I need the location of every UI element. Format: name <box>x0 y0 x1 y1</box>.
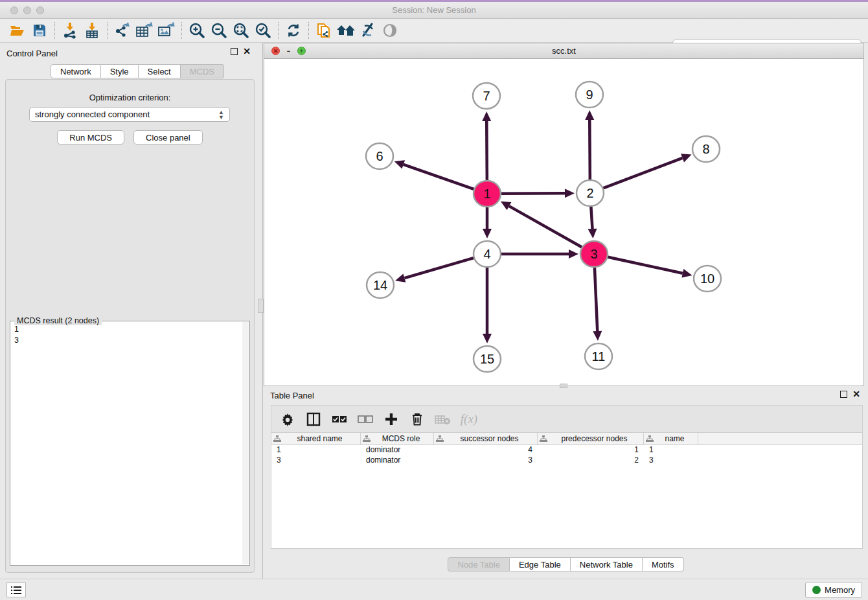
table-row[interactable]: 3dominator323 <box>271 456 862 466</box>
function-builder-icon[interactable]: f(x) <box>461 411 477 428</box>
cell[interactable]: dominator <box>361 445 434 456</box>
criterion-value: strongly connected component <box>35 110 218 119</box>
column-header-name[interactable]: name <box>644 433 698 444</box>
cell[interactable]: dominator <box>361 456 434 466</box>
main-toolbar <box>0 19 868 43</box>
add-column-icon[interactable] <box>383 411 400 428</box>
cell[interactable]: 4 <box>434 445 538 456</box>
refresh-view-icon[interactable] <box>282 21 304 40</box>
flat-column-icon <box>646 435 654 443</box>
column-mode-icon[interactable] <box>305 411 322 428</box>
window-title: Session: New Session <box>0 5 868 15</box>
tab-mcds[interactable]: MCDS <box>181 64 224 78</box>
network-titlebar: ✕ − + scc.txt <box>264 43 863 59</box>
table-row[interactable]: 1dominator411 <box>271 445 862 456</box>
eye-icon[interactable] <box>379 21 401 40</box>
memory-status-icon <box>812 586 821 594</box>
node-label-14: 14 <box>373 278 387 292</box>
edge-1-7[interactable] <box>486 121 487 180</box>
float-table-panel-icon[interactable] <box>840 391 847 398</box>
edge-3-10[interactable] <box>608 257 683 273</box>
memory-label: Memory <box>825 585 855 595</box>
flat-column-icon <box>363 435 371 443</box>
column-header-successor-nodes[interactable]: successor nodes <box>434 433 538 444</box>
node-label-9: 9 <box>586 87 593 102</box>
edge-arrowhead <box>483 229 492 238</box>
flat-column-icon <box>273 435 281 443</box>
export-network-icon[interactable] <box>111 21 133 40</box>
panel-splitter[interactable] <box>260 43 263 581</box>
dropdown-stepper-icon: ▲▼ <box>218 110 224 120</box>
cell[interactable]: 3 <box>434 456 538 466</box>
gear-icon[interactable] <box>279 411 296 428</box>
unselect-all-icon[interactable] <box>357 411 374 428</box>
horizontal-splitter-handle[interactable] <box>560 384 567 388</box>
tab-network[interactable]: Network <box>51 64 101 78</box>
network-graph[interactable]: 1234678910111415 <box>264 59 863 386</box>
export-image-icon[interactable] <box>155 21 177 40</box>
zoom-in-icon[interactable] <box>186 21 208 40</box>
zoom-fit-icon[interactable] <box>230 21 252 40</box>
run-mcds-button[interactable]: Run MCDS <box>57 130 124 144</box>
edge-3-11[interactable] <box>595 268 597 331</box>
edge-1-2[interactable] <box>501 193 565 194</box>
tab-network-table[interactable]: Network Table <box>571 557 643 571</box>
zoom-out-icon[interactable] <box>208 21 230 40</box>
tab-node-table[interactable]: Node Table <box>448 557 510 571</box>
edge-4-14[interactable] <box>404 258 474 278</box>
delete-column-icon[interactable] <box>409 411 426 428</box>
result-scrollbar[interactable] <box>242 322 249 564</box>
mcds-result-text[interactable]: 1 3 <box>12 324 242 564</box>
cell[interactable]: 1 <box>644 445 698 456</box>
flat-column-icon <box>540 435 547 443</box>
memory-button[interactable]: Memory <box>805 582 862 598</box>
splitter-handle[interactable] <box>258 299 264 313</box>
close-panel-icon[interactable]: ✕ <box>243 48 251 55</box>
save-session-icon[interactable] <box>29 21 51 40</box>
column-header-predecessor-nodes[interactable]: predecessor nodes <box>538 433 644 444</box>
float-panel-icon[interactable] <box>231 48 238 55</box>
cell[interactable]: 1 <box>271 445 361 456</box>
export-table-icon[interactable] <box>133 21 155 40</box>
cell[interactable]: 3 <box>271 456 361 466</box>
table-tabs: Node TableEdge TableNetwork TableMotifs <box>264 557 868 571</box>
task-history-button[interactable] <box>6 583 26 597</box>
tab-motifs[interactable]: Motifs <box>643 557 684 571</box>
tab-style[interactable]: Style <box>101 64 139 78</box>
column-header-shared-name[interactable]: shared name <box>271 433 361 444</box>
edge-2-3[interactable] <box>591 207 592 229</box>
select-all-icon[interactable] <box>331 411 348 428</box>
duplicate-network-icon[interactable] <box>313 21 335 40</box>
window-titlebar: Session: New Session <box>0 2 868 19</box>
cell[interactable]: 1 <box>538 445 644 456</box>
cell[interactable]: 2 <box>538 456 644 466</box>
edge-1-6[interactable] <box>404 165 474 189</box>
tab-edge-table[interactable]: Edge Table <box>510 557 571 571</box>
column-header-MCDS-role[interactable]: MCDS role <box>361 433 434 444</box>
edge-arrowhead <box>681 269 692 278</box>
mcds-panel: Optimization criterion: strongly connect… <box>5 79 255 573</box>
cell[interactable]: 3 <box>644 456 698 466</box>
edge-3-1[interactable] <box>509 206 582 248</box>
style-icon[interactable] <box>357 21 379 40</box>
tab-select[interactable]: Select <box>139 64 181 78</box>
open-file-icon[interactable] <box>6 21 29 40</box>
close-panel-button[interactable]: Close panel <box>133 130 203 144</box>
list-icon <box>10 585 22 595</box>
edge-2-9[interactable] <box>589 120 590 179</box>
home-icon[interactable] <box>335 21 357 40</box>
control-panel-tabs: NetworkStyleSelectMCDS <box>51 64 224 78</box>
close-table-panel-icon[interactable]: ✕ <box>852 391 860 398</box>
import-network-icon[interactable] <box>59 21 81 40</box>
import-table-icon[interactable] <box>81 21 103 40</box>
zoom-selected-icon[interactable] <box>252 21 274 40</box>
delete-table-icon[interactable] <box>435 411 451 428</box>
table-panel-title: Table Panel <box>270 391 314 400</box>
flat-column-icon <box>436 435 444 443</box>
criterion-dropdown[interactable]: strongly connected component ▲▼ <box>29 107 230 122</box>
node-table: shared nameMCDS rolesuccessor nodesprede… <box>271 432 863 549</box>
toolbar-separator <box>181 22 182 39</box>
edge-2-8[interactable] <box>603 158 683 189</box>
edge-arrowhead <box>565 189 575 198</box>
edge-arrowhead <box>593 331 602 341</box>
